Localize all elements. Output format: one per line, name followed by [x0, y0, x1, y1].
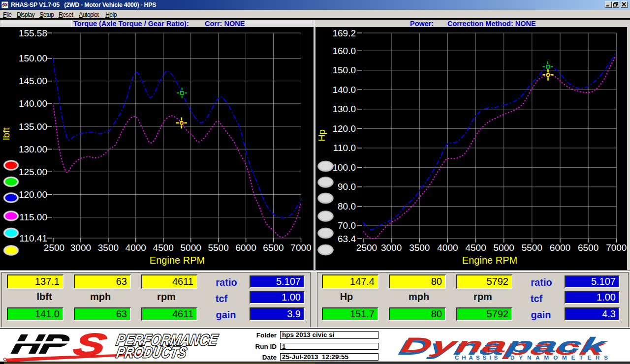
svg-text:4500: 4500 — [153, 243, 174, 253]
svg-text:120.00: 120.00 — [19, 189, 47, 200]
svg-text:5000: 5000 — [181, 243, 201, 253]
svg-text:Dyna: Dyna — [399, 333, 509, 357]
svg-text:145.00: 145.00 — [19, 76, 47, 86]
svg-text:PRODUCTS: PRODUCTS — [115, 343, 189, 361]
svg-text:3500: 3500 — [98, 243, 119, 253]
svg-text:100.0: 100.0 — [332, 162, 356, 173]
svg-text:5000: 5000 — [494, 243, 514, 253]
svg-text:80.0: 80.0 — [338, 201, 356, 212]
svg-text:3000: 3000 — [381, 243, 402, 253]
svg-text:120.0: 120.0 — [332, 123, 356, 134]
svg-text:lbft: lbft — [1, 127, 11, 140]
svg-text:150.00: 150.00 — [19, 53, 47, 63]
svg-text:Engine RPM: Engine RPM — [150, 255, 205, 266]
svg-text:6500: 6500 — [578, 243, 598, 253]
svg-text:115.00: 115.00 — [19, 212, 47, 222]
svg-text:CHASSIS: CHASSIS — [455, 355, 501, 361]
svg-text:130.0: 130.0 — [332, 104, 356, 114]
svg-text:125.00: 125.00 — [19, 167, 47, 177]
svg-text:pack: pack — [504, 333, 610, 357]
svg-text:4000: 4000 — [126, 243, 146, 253]
svg-text:3500: 3500 — [409, 243, 430, 253]
svg-text:140.00: 140.00 — [19, 98, 47, 109]
svg-text:140.0: 140.0 — [332, 85, 356, 95]
svg-text:Hp: Hp — [316, 129, 327, 141]
svg-text:90.0: 90.0 — [338, 182, 356, 192]
svg-text:135.00: 135.00 — [19, 121, 47, 132]
svg-text:150.0: 150.0 — [332, 65, 356, 75]
svg-text:6000: 6000 — [235, 243, 256, 253]
svg-text:DYNAMOMETERS: DYNAMOMETERS — [510, 355, 612, 361]
svg-text:6000: 6000 — [550, 243, 570, 253]
svg-text:169.2: 169.2 — [332, 28, 356, 38]
svg-text:63.4: 63.4 — [338, 234, 356, 244]
svg-text:5500: 5500 — [208, 243, 228, 253]
svg-text:70.0: 70.0 — [338, 220, 356, 231]
svg-text:7000: 7000 — [290, 243, 311, 253]
svg-text:4500: 4500 — [465, 243, 486, 253]
svg-text:Engine RPM: Engine RPM — [462, 255, 517, 266]
svg-text:110.41: 110.41 — [19, 233, 47, 243]
svg-text:155.58: 155.58 — [19, 28, 47, 38]
svg-text:2500: 2500 — [356, 243, 377, 253]
svg-text:2500: 2500 — [44, 243, 64, 253]
svg-text:5500: 5500 — [522, 243, 542, 253]
svg-text:130.00: 130.00 — [19, 144, 47, 154]
svg-text:6500: 6500 — [263, 243, 284, 253]
svg-text:160.0: 160.0 — [332, 46, 356, 56]
svg-text:7000: 7000 — [606, 243, 627, 253]
svg-text:4000: 4000 — [437, 243, 458, 253]
svg-text:HP: HP — [9, 329, 72, 359]
svg-text:110.0: 110.0 — [333, 143, 356, 153]
svg-text:3000: 3000 — [70, 243, 91, 253]
